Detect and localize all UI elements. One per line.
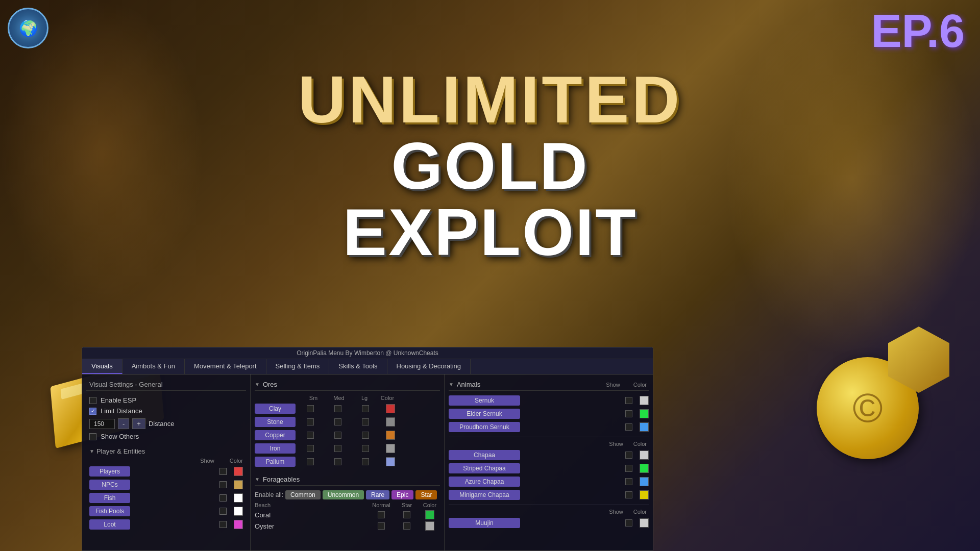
distance-plus-button[interactable]: + — [132, 418, 145, 429]
triangle-icon: ▼ — [89, 448, 94, 454]
iron-sm-checkbox[interactable] — [307, 445, 314, 452]
copper-color-box[interactable] — [386, 431, 395, 440]
loot-button[interactable]: Loot — [89, 519, 130, 530]
striped-chapaa-color-box[interactable] — [640, 464, 649, 473]
striped-chapaa-show-checkbox[interactable] — [625, 465, 632, 472]
coral-normal-checkbox[interactable] — [378, 511, 385, 518]
enable-all-label: Enable all: — [255, 491, 283, 498]
fish-pools-color-box[interactable] — [234, 507, 243, 516]
enable-esp-row[interactable]: Enable ESP — [86, 395, 246, 406]
npcs-show-checkbox[interactable] — [219, 481, 227, 488]
distance-input[interactable] — [89, 419, 115, 429]
chapaa-button[interactable]: Chapaa — [449, 450, 520, 460]
minigame-chapaa-button[interactable]: Minigame Chapaa — [449, 490, 520, 500]
oyster-color-box[interactable] — [425, 521, 434, 531]
iron-color-box[interactable] — [386, 444, 395, 453]
tab-aimbots[interactable]: Aimbots & Fun — [122, 359, 185, 374]
elder-sernuk-show-checkbox[interactable] — [625, 410, 632, 417]
muujin-button[interactable]: Muujin — [449, 518, 520, 528]
clay-button[interactable]: Clay — [255, 404, 296, 414]
coral-color-box[interactable] — [425, 510, 434, 519]
sernuk-color-box[interactable] — [640, 396, 649, 405]
elder-sernuk-color-box[interactable] — [640, 409, 649, 418]
azure-chapaa-show-checkbox[interactable] — [625, 478, 632, 485]
palium-color-box[interactable] — [386, 457, 395, 466]
star-button[interactable]: Star — [415, 490, 437, 499]
loot-show-checkbox[interactable] — [219, 521, 227, 528]
minigame-chapaa-show-checkbox[interactable] — [625, 491, 632, 498]
iron-lg-checkbox[interactable] — [362, 445, 369, 452]
coral-star-checkbox[interactable] — [403, 511, 410, 518]
proudhorn-sernuk-show-checkbox[interactable] — [625, 423, 632, 431]
azure-chapaa-color-box[interactable] — [640, 477, 649, 486]
copper-lg-checkbox[interactable] — [362, 432, 369, 439]
chapaa-show-checkbox[interactable] — [625, 452, 632, 459]
clay-med-checkbox[interactable] — [334, 405, 341, 412]
players-color-box[interactable] — [234, 467, 243, 476]
common-button[interactable]: Common — [285, 490, 321, 499]
muujin-color-box[interactable] — [640, 518, 649, 528]
chapaa-color-box[interactable] — [640, 450, 649, 460]
rare-button[interactable]: Rare — [366, 490, 389, 499]
palium-lg-checkbox[interactable] — [362, 458, 369, 465]
beach-name-header: Beach — [255, 502, 369, 508]
tab-selling[interactable]: Selling & Items — [266, 359, 330, 374]
entity-row-players: Players — [86, 465, 246, 478]
palium-button[interactable]: Palium — [255, 457, 296, 467]
oyster-star-checkbox[interactable] — [403, 522, 410, 530]
proudhorn-sernuk-color-box[interactable] — [640, 422, 649, 432]
iron-button[interactable]: Iron — [255, 443, 296, 454]
ore-row-palium: Palium — [255, 455, 440, 468]
fish-pools-show-checkbox[interactable] — [219, 508, 227, 515]
clay-color-box[interactable] — [386, 404, 395, 413]
tab-visuals[interactable]: Visuals — [82, 359, 122, 374]
elder-sernuk-button[interactable]: Elder Sernuk — [449, 409, 520, 419]
copper-sm-checkbox[interactable] — [307, 432, 314, 439]
limit-distance-checkbox[interactable] — [89, 408, 96, 415]
clay-lg-checkbox[interactable] — [362, 405, 369, 412]
fish-pools-button[interactable]: Fish Pools — [89, 506, 130, 516]
show-others-checkbox[interactable] — [89, 433, 96, 440]
limit-distance-row[interactable]: Limit Distance — [86, 406, 246, 416]
tab-housing[interactable]: Housing & Decorating — [387, 359, 471, 374]
oyster-normal-checkbox[interactable] — [378, 522, 385, 530]
sernuk-button[interactable]: Sernuk — [449, 395, 520, 406]
copper-med-checkbox[interactable] — [334, 432, 341, 439]
minigame-chapaa-color-box[interactable] — [640, 490, 649, 499]
stone-med-checkbox[interactable] — [334, 418, 341, 425]
stone-sm-checkbox[interactable] — [307, 418, 314, 425]
player-entities-header[interactable]: ▼ Player & Entities — [86, 446, 246, 457]
right-column: ▼ Animals Show Color Sernuk Elder Sernuk — [445, 374, 653, 551]
clay-sm-checkbox[interactable] — [307, 405, 314, 412]
iron-med-checkbox[interactable] — [334, 445, 341, 452]
stone-lg-checkbox[interactable] — [362, 418, 369, 425]
muujin-show-checkbox[interactable] — [625, 519, 632, 527]
distance-minus-button[interactable]: - — [118, 418, 129, 429]
stone-button[interactable]: Stone — [255, 417, 296, 427]
copper-button[interactable]: Copper — [255, 430, 296, 440]
azure-chapaa-button[interactable]: Azure Chapaa — [449, 477, 520, 487]
loot-color-box[interactable] — [234, 520, 243, 529]
palium-med-checkbox[interactable] — [334, 458, 341, 465]
show-others-row[interactable]: Show Others — [86, 431, 246, 442]
stone-color-box[interactable] — [386, 417, 395, 427]
tab-skills[interactable]: Skills & Tools — [329, 359, 387, 374]
epic-button[interactable]: Epic — [391, 490, 413, 499]
players-show-checkbox[interactable] — [219, 468, 227, 475]
main-ui-panel: OriginPalia Menu By Wimberton @ UnknownC… — [82, 347, 653, 551]
uncommon-button[interactable]: Uncommon — [323, 490, 364, 499]
ores-triangle-icon: ▼ — [255, 382, 260, 387]
sernuk-show-checkbox[interactable] — [625, 397, 632, 404]
fish-button[interactable]: Fish — [89, 493, 130, 503]
fish-show-checkbox[interactable] — [219, 494, 227, 502]
palium-sm-checkbox[interactable] — [307, 458, 314, 465]
npcs-button[interactable]: NPCs — [89, 480, 130, 490]
players-button[interactable]: Players — [89, 466, 130, 477]
proudhorn-sernuk-button[interactable]: Proudhorn Sernuk — [449, 422, 520, 432]
tab-movement[interactable]: Movement & Teleport — [185, 359, 266, 374]
npcs-color-box[interactable] — [234, 480, 243, 489]
fish-color-box[interactable] — [234, 493, 243, 503]
entity-row-loot: Loot — [86, 518, 246, 531]
striped-chapaa-button[interactable]: Striped Chapaa — [449, 463, 520, 473]
enable-esp-checkbox[interactable] — [89, 397, 96, 404]
